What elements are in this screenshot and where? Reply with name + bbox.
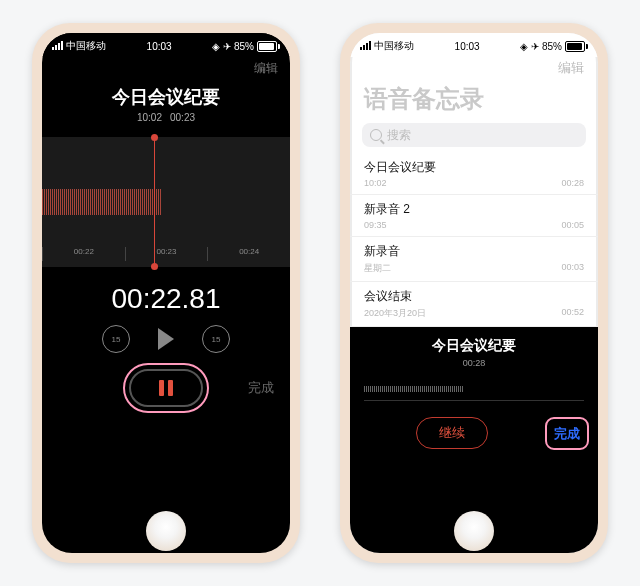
battery-icon	[565, 41, 588, 52]
battery-pct: 85%	[542, 41, 562, 52]
recording-screen: 中国移动 10:03 ◈ ✈ 85% 编辑 今日会议纪要 10:0200:23 …	[42, 33, 290, 553]
carrier-label: 中国移动	[66, 39, 106, 53]
skip-forward-button[interactable]: 15	[202, 325, 230, 353]
highlight-box: 完成	[550, 422, 584, 445]
skip-back-button[interactable]: 15	[102, 325, 130, 353]
location-icon: ◈ ✈	[520, 41, 539, 52]
edit-link[interactable]: 编辑	[254, 60, 278, 77]
signal-icon	[360, 42, 371, 50]
battery-pct: 85%	[234, 41, 254, 52]
clock: 10:03	[455, 41, 480, 52]
search-input[interactable]: 搜索	[362, 123, 586, 147]
time-ruler: 00:22 00:23 00:24	[42, 247, 290, 261]
phone-frame-left: 中国移动 10:03 ◈ ✈ 85% 编辑 今日会议纪要 10:0200:23 …	[32, 23, 300, 563]
edit-link[interactable]: 编辑	[558, 59, 584, 81]
panel-title: 今日会议纪要	[350, 337, 598, 355]
list-item[interactable]: 新录音 星期二00:03	[350, 237, 598, 282]
carrier-label: 中国移动	[374, 39, 414, 53]
play-button[interactable]	[158, 328, 174, 350]
search-icon	[370, 129, 382, 141]
clock: 10:03	[147, 41, 172, 52]
recordings-list: 今日会议纪要 10:0200:28 新录音 2 09:3500:05 新录音 星…	[350, 153, 598, 327]
list-item[interactable]: 今日会议纪要 10:0200:28	[350, 153, 598, 195]
search-placeholder: 搜索	[387, 127, 411, 144]
status-bar: 中国移动 10:03 ◈ ✈ 85%	[350, 33, 598, 57]
recording-subtitle: 10:0200:23	[42, 112, 290, 123]
playback-panel: 今日会议纪要 00:28 继续 完成	[350, 327, 598, 553]
list-item[interactable]: 会议结束 2020年3月20日00:52	[350, 282, 598, 327]
recording-title: 今日会议纪要	[42, 85, 290, 109]
done-button-disabled: 完成	[248, 379, 274, 397]
playback-controls: 15 15	[42, 325, 290, 353]
pause-button[interactable]	[129, 369, 203, 407]
status-bar: 中国移动 10:03 ◈ ✈ 85%	[42, 33, 290, 57]
list-item[interactable]: 新录音 2 09:3500:05	[350, 195, 598, 237]
page-title: 语音备忘录	[350, 83, 598, 115]
highlight-box	[127, 367, 205, 409]
continue-button[interactable]: 继续	[416, 417, 488, 449]
done-button[interactable]: 完成	[554, 426, 580, 441]
panel-duration: 00:28	[350, 358, 598, 368]
mini-waveform[interactable]	[364, 378, 584, 401]
elapsed-timer: 00:22.81	[42, 283, 290, 315]
memos-list-screen: 中国移动 10:03 ◈ ✈ 85% 编辑 语音备忘录 搜索 今日会议纪要 10…	[350, 33, 598, 553]
location-icon: ◈ ✈	[212, 41, 231, 52]
signal-icon	[52, 42, 63, 50]
phone-frame-right: 中国移动 10:03 ◈ ✈ 85% 编辑 语音备忘录 搜索 今日会议纪要 10…	[340, 23, 608, 563]
waveform[interactable]: 00:22 00:23 00:24	[42, 137, 290, 267]
battery-icon	[257, 41, 280, 52]
